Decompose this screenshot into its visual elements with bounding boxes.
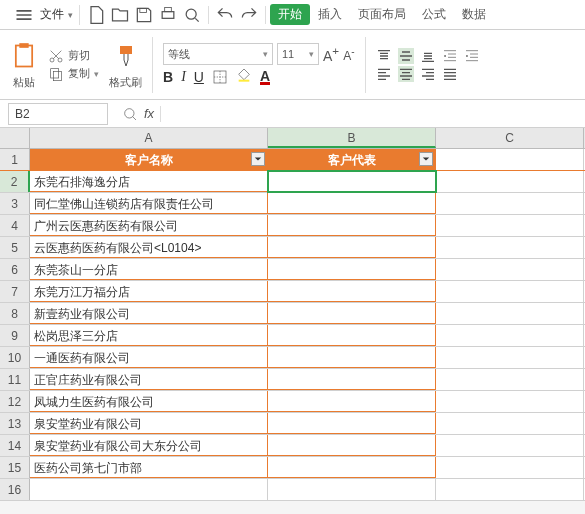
cell[interactable]	[436, 391, 584, 412]
table-header-customer-rep[interactable]: 客户代表	[268, 149, 436, 170]
save-icon[interactable]	[134, 5, 154, 25]
row-header[interactable]: 1	[0, 149, 30, 170]
cell[interactable]	[268, 369, 436, 390]
cell[interactable]	[436, 369, 584, 390]
cell[interactable]	[268, 259, 436, 280]
row-header[interactable]: 10	[0, 347, 30, 368]
decrease-indent-icon[interactable]	[442, 48, 458, 64]
align-middle-icon[interactable]	[398, 48, 414, 64]
undo-icon[interactable]	[215, 5, 235, 25]
cell[interactable]	[268, 171, 436, 192]
format-painter-button[interactable]: 格式刷	[105, 37, 146, 92]
cell[interactable]	[436, 325, 584, 346]
autosum-icon[interactable]	[122, 106, 138, 122]
tab-formula[interactable]: 公式	[414, 6, 454, 23]
file-menu[interactable]: 文件 ▾	[6, 5, 80, 25]
row-header[interactable]: 15	[0, 457, 30, 478]
row-header[interactable]: 3	[0, 193, 30, 214]
font-color-button[interactable]: A	[260, 68, 270, 85]
filter-button[interactable]	[251, 152, 265, 166]
cell[interactable]: 医药公司第七门市部	[30, 457, 268, 478]
tab-data[interactable]: 数据	[454, 6, 494, 23]
cell[interactable]: 东莞石排海逸分店	[30, 171, 268, 192]
cell[interactable]	[268, 193, 436, 214]
open-file-icon[interactable]	[110, 5, 130, 25]
col-header-a[interactable]: A	[30, 128, 268, 148]
row-header[interactable]: 2	[0, 171, 30, 192]
cell[interactable]: 凤城力生医药有限公司	[30, 391, 268, 412]
increase-font-button[interactable]: A+	[323, 44, 339, 64]
row-header[interactable]: 7	[0, 281, 30, 302]
row-header[interactable]: 12	[0, 391, 30, 412]
print-icon[interactable]	[158, 5, 178, 25]
col-header-c[interactable]: C	[436, 128, 584, 148]
cell[interactable]	[436, 457, 584, 478]
cell[interactable]: 广州云医惠药医药有限公司	[30, 215, 268, 236]
cell[interactable]	[268, 237, 436, 258]
new-file-icon[interactable]	[86, 5, 106, 25]
cell[interactable]: 新壹药业有限公司	[30, 303, 268, 324]
tab-insert[interactable]: 插入	[310, 6, 350, 23]
align-right-icon[interactable]	[420, 66, 436, 82]
select-all-corner[interactable]	[0, 128, 30, 148]
align-center-icon[interactable]	[398, 66, 414, 82]
fx-label[interactable]: fx	[144, 106, 154, 121]
cell[interactable]	[436, 215, 584, 236]
font-size-combo[interactable]: 11 ▾	[277, 43, 319, 65]
cell[interactable]	[436, 259, 584, 280]
cell[interactable]	[436, 479, 584, 500]
cell[interactable]	[268, 325, 436, 346]
decrease-font-button[interactable]: A-	[343, 46, 354, 63]
filter-button[interactable]	[419, 152, 433, 166]
cell[interactable]	[436, 171, 584, 192]
cell[interactable]	[268, 347, 436, 368]
col-header-b[interactable]: B	[268, 128, 436, 148]
row-header[interactable]: 14	[0, 435, 30, 456]
cell[interactable]	[436, 413, 584, 434]
formula-input[interactable]	[161, 103, 585, 125]
tab-layout[interactable]: 页面布局	[350, 6, 414, 23]
row-header[interactable]: 11	[0, 369, 30, 390]
cell[interactable]	[436, 281, 584, 302]
print-preview-icon[interactable]	[182, 5, 202, 25]
table-header-customer-name[interactable]: 客户名称	[30, 149, 268, 170]
redo-icon[interactable]	[239, 5, 259, 25]
row-header[interactable]: 13	[0, 413, 30, 434]
cut-button[interactable]: 剪切	[48, 48, 99, 64]
cell[interactable]	[436, 347, 584, 368]
align-bottom-icon[interactable]	[420, 48, 436, 64]
cell[interactable]: 云医惠药医药有限公司<L0104>	[30, 237, 268, 258]
cell[interactable]: 一通医药有限公司	[30, 347, 268, 368]
paste-button[interactable]: 粘贴	[6, 37, 42, 92]
cell[interactable]	[268, 391, 436, 412]
cell[interactable]	[268, 413, 436, 434]
cell[interactable]	[268, 281, 436, 302]
align-top-icon[interactable]	[376, 48, 392, 64]
cell[interactable]	[436, 237, 584, 258]
cell[interactable]: 同仁堂佛山连锁药店有限责任公司	[30, 193, 268, 214]
bold-button[interactable]: B	[163, 69, 173, 85]
cell[interactable]: 泉安堂药业有限公司大东分公司	[30, 435, 268, 456]
cell[interactable]	[268, 215, 436, 236]
cell[interactable]	[436, 435, 584, 456]
border-button[interactable]	[212, 69, 228, 85]
cell[interactable]	[436, 193, 584, 214]
cell[interactable]	[268, 457, 436, 478]
justify-icon[interactable]	[442, 66, 458, 82]
italic-button[interactable]: I	[181, 69, 186, 85]
cell[interactable]: 正官庄药业有限公司	[30, 369, 268, 390]
row-header[interactable]: 9	[0, 325, 30, 346]
row-header[interactable]: 6	[0, 259, 30, 280]
align-left-icon[interactable]	[376, 66, 392, 82]
cell[interactable]	[436, 149, 584, 170]
cell[interactable]	[30, 479, 268, 500]
copy-button[interactable]: 复制 ▾	[48, 66, 99, 82]
font-name-combo[interactable]: 等线 ▾	[163, 43, 273, 65]
row-header[interactable]: 8	[0, 303, 30, 324]
increase-indent-icon[interactable]	[464, 48, 480, 64]
cell[interactable]	[436, 303, 584, 324]
row-header[interactable]: 16	[0, 479, 30, 500]
row-header[interactable]: 4	[0, 215, 30, 236]
underline-button[interactable]: U	[194, 69, 204, 85]
tab-start[interactable]: 开始	[270, 4, 310, 25]
